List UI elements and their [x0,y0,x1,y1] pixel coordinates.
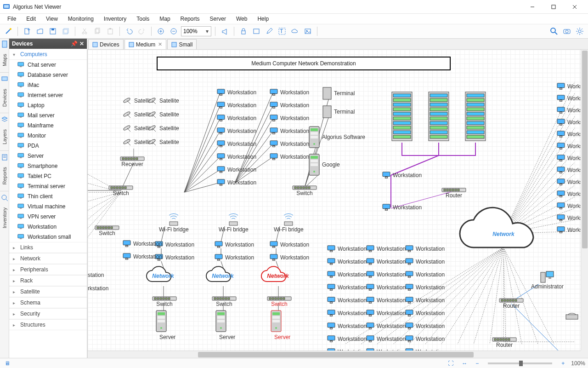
map-node[interactable] [215,310,227,333]
redo-icon[interactable] [136,26,147,37]
announce-icon[interactable] [219,26,230,37]
side-tab-reports[interactable]: Reports [0,163,9,189]
device-item[interactable]: Mainframe [9,121,87,131]
map-node[interactable]: Workstation [269,241,309,248]
map-node[interactable]: Workstation [366,322,406,330]
map-node[interactable]: Wi-Fi bridge [159,211,189,233]
map-node[interactable]: Workst [556,226,584,234]
device-item[interactable]: Laptop [9,100,87,110]
side-tab-maps[interactable]: Maps [0,50,9,70]
map-node[interactable]: Workstation [216,140,256,148]
map-node[interactable]: Workstation [327,271,367,278]
undo-icon[interactable] [124,26,135,37]
menu-web[interactable]: Web [232,15,252,23]
map-node[interactable]: Workstation [269,140,309,148]
map-node[interactable]: Satellite [147,123,179,133]
device-item[interactable]: Tablet PC [9,171,87,181]
menu-monitoring[interactable]: Monitoring [63,15,98,23]
category-collapsed[interactable]: ▸Schema [9,297,87,308]
map-node[interactable]: Workstation [269,115,309,122]
device-item[interactable]: Workstation small [9,232,87,242]
paste-icon[interactable] [105,26,116,37]
category-collapsed[interactable]: ▸Rack [9,275,87,286]
map-node[interactable]: Workst [556,131,584,138]
map-node[interactable]: Workstation [327,310,367,317]
map-node[interactable]: Workstation [216,115,256,122]
menu-help[interactable]: Help [253,15,273,23]
map-node[interactable]: Workst [556,167,584,174]
map-node[interactable]: Algorius Software [308,126,365,149]
map-node[interactable] [565,312,578,320]
frame-icon[interactable] [251,26,262,37]
map-node[interactable]: Workstation [269,254,309,261]
zoom-combobox[interactable]: ▾ [181,26,211,36]
map-node[interactable]: Workstation [366,310,406,317]
horizontal-scrollbar[interactable] [88,351,581,358]
map-node[interactable]: Workstation [327,284,367,291]
map-node[interactable]: Switch [108,185,133,196]
category-collapsed[interactable]: ▸Security [9,308,87,319]
device-item[interactable]: Database server [9,70,87,80]
fit-width-icon[interactable]: ↔ [460,360,469,367]
image-icon[interactable] [302,26,313,37]
monitor-icon[interactable] [1,75,8,83]
menu-reports[interactable]: Reports [176,15,204,23]
map-node[interactable]: Server [274,334,290,340]
map-node[interactable]: Router [499,298,524,309]
edit-icon[interactable] [264,26,275,37]
window-maximize-button[interactable] [543,0,564,14]
map-node[interactable]: Workstation [216,179,256,186]
cut-icon[interactable] [79,26,90,37]
map-node[interactable]: Workst [556,143,584,150]
save-all-icon[interactable] [60,26,71,37]
map-node[interactable]: Workstation [269,89,309,96]
map-node[interactable]: Switch [212,296,237,307]
map-node[interactable]: Workstation [382,204,422,211]
menu-map[interactable]: Map [155,15,175,23]
map-node[interactable]: rkstation [88,285,108,292]
device-item[interactable]: Monitor [9,131,87,141]
map-node[interactable]: Workstation [405,284,445,291]
map-node[interactable] [270,310,282,333]
map-node[interactable]: Workstation [216,127,256,135]
side-tab-devices[interactable]: Devices [0,85,9,111]
map-node[interactable]: Server [219,334,235,340]
map-node[interactable]: Satellite [147,96,179,106]
side-tab-layers[interactable]: Layers [0,125,9,149]
save-icon[interactable] [47,26,58,37]
device-item[interactable]: Thin client [9,191,87,201]
map-node[interactable]: Workstation [216,89,256,96]
window-close-button[interactable] [564,0,585,14]
map-node[interactable]: Workstation [122,240,162,247]
map-node[interactable]: Wi-Fi bridge [219,211,249,233]
category-collapsed[interactable]: ▸Structures [9,319,87,330]
map-node[interactable]: Workstation [216,153,256,161]
map-node[interactable]: Server [159,334,175,340]
copy-icon[interactable] [92,26,103,37]
map-node[interactable]: Workstation [405,322,445,330]
map-node[interactable]: Workstation [366,335,406,343]
layers-icon[interactable] [1,116,8,123]
map-node[interactable] [155,310,167,333]
category-collapsed[interactable]: ▸Links [9,242,87,253]
window-minimize-button[interactable] [522,0,543,14]
map-node[interactable]: Workstation [214,241,254,248]
device-item[interactable]: Server [9,151,87,161]
text-icon[interactable]: T [277,26,288,37]
tab-close-icon[interactable]: ✕ [158,41,162,47]
map-node[interactable]: Workstation [405,245,445,253]
map-node[interactable]: Workstation [269,102,309,109]
map-node[interactable]: Workst [556,178,584,186]
zoom-input[interactable] [181,28,204,34]
map-node[interactable]: Router [441,188,466,199]
vertical-scrollbar[interactable] [581,50,588,351]
map-node[interactable]: Workstation [366,284,406,291]
device-item[interactable]: Mail server [9,110,87,121]
map-node[interactable]: Switch [95,225,119,236]
device-item[interactable]: Virtual machine [9,201,87,212]
inventory-icon[interactable] [1,194,8,201]
zoom-out-icon[interactable] [168,26,179,37]
menu-tools[interactable]: Tools [132,15,154,23]
pin-icon[interactable]: 📌 [71,40,78,47]
map-node[interactable]: Workst [556,107,584,114]
